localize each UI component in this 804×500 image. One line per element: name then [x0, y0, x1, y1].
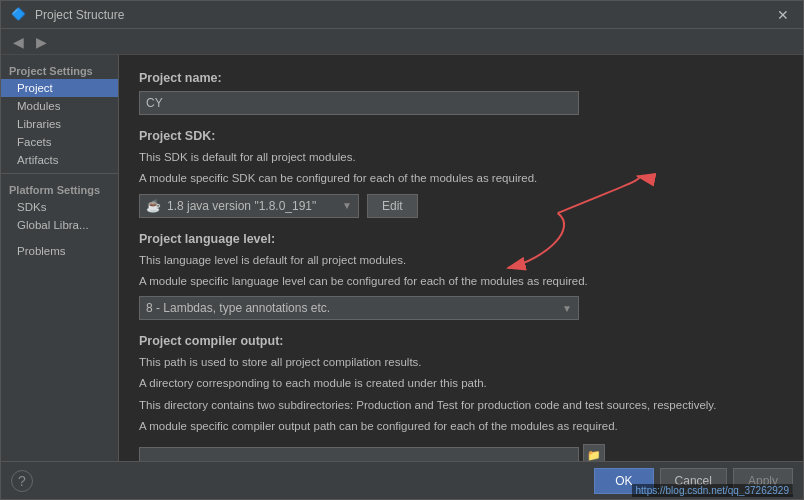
language-level-value: 8 - Lambdas, type annotations etc.	[146, 301, 556, 315]
compiler-output-input[interactable]	[139, 447, 579, 461]
sdk-dropdown[interactable]: ☕ 1.8 java version "1.8.0_191" ▼	[139, 194, 359, 218]
compiler-desc2: A directory corresponding to each module…	[139, 375, 783, 392]
compiler-desc4: A module specific compiler output path c…	[139, 418, 783, 435]
title-bar: 🔷 Project Structure ✕	[1, 1, 803, 29]
sidebar-item-artifacts[interactable]: Artifacts	[1, 151, 118, 169]
language-level-label: Project language level:	[139, 232, 783, 246]
java-icon: ☕	[146, 199, 161, 213]
compiler-desc3: This directory contains two subdirectori…	[139, 397, 783, 414]
sidebar-item-libraries[interactable]: Libraries	[1, 115, 118, 133]
lang-desc2: A module specific language level can be …	[139, 273, 783, 290]
title-bar-left: 🔷 Project Structure	[11, 7, 124, 23]
sidebar-problems-section: Problems	[1, 242, 118, 260]
sidebar-item-problems[interactable]: Problems	[1, 242, 118, 260]
language-level-section: Project language level: This language le…	[139, 232, 783, 321]
sidebar: Project Settings Project Modules Librari…	[1, 55, 119, 461]
sidebar-item-sdks[interactable]: SDKs	[1, 198, 118, 216]
sidebar-item-modules[interactable]: Modules	[1, 97, 118, 115]
platform-settings-section-label: Platform Settings	[1, 178, 118, 198]
project-sdk-label: Project SDK:	[139, 129, 783, 143]
bottom-bar: ? OK Cancel Apply https://blog.csdn.net/…	[1, 461, 803, 499]
project-name-section: Project name:	[139, 71, 783, 115]
sdk-value: 1.8 java version "1.8.0_191"	[167, 199, 336, 213]
sdk-dropdown-arrow: ▼	[342, 200, 352, 211]
sdk-desc2: A module specific SDK can be configured …	[139, 170, 783, 187]
sdk-edit-button[interactable]: Edit	[367, 194, 418, 218]
language-level-row: 8 - Lambdas, type annotations etc. ▼	[139, 296, 783, 320]
lang-desc1: This language level is default for all p…	[139, 252, 783, 269]
sidebar-item-facets[interactable]: Facets	[1, 133, 118, 151]
language-level-dropdown[interactable]: 8 - Lambdas, type annotations etc. ▼	[139, 296, 579, 320]
sidebar-divider	[1, 173, 118, 174]
watermark-text: https://blog.csdn.net/qq_37262929	[632, 484, 793, 497]
sdk-desc1: This SDK is default for all project modu…	[139, 149, 783, 166]
forward-button[interactable]: ▶	[32, 34, 51, 50]
help-button[interactable]: ?	[11, 470, 33, 492]
main-content: Project Settings Project Modules Librari…	[1, 55, 803, 461]
content-area: Project name: Project SDK: This SDK is d…	[119, 55, 803, 461]
sidebar-item-global-libraries[interactable]: Global Libra...	[1, 216, 118, 234]
project-settings-section-label: Project Settings	[1, 59, 118, 79]
compiler-output-section: Project compiler output: This path is us…	[139, 334, 783, 461]
project-name-input[interactable]	[139, 91, 579, 115]
sidebar-item-project[interactable]: Project	[1, 79, 118, 97]
close-button[interactable]: ✕	[773, 6, 793, 24]
project-name-label: Project name:	[139, 71, 783, 85]
language-level-arrow: ▼	[562, 303, 572, 314]
sdk-row: ☕ 1.8 java version "1.8.0_191" ▼ Edit	[139, 194, 783, 218]
compiler-output-folder-button[interactable]: 📁	[583, 444, 605, 461]
compiler-desc1: This path is used to store all project c…	[139, 354, 783, 371]
dialog-title: Project Structure	[35, 8, 124, 22]
compiler-output-label: Project compiler output:	[139, 334, 783, 348]
nav-bar: ◀ ▶	[1, 29, 803, 55]
back-button[interactable]: ◀	[9, 34, 28, 50]
project-sdk-section: Project SDK: This SDK is default for all…	[139, 129, 783, 218]
dialog-icon: 🔷	[11, 7, 27, 23]
project-structure-dialog: 🔷 Project Structure ✕ ◀ ▶ Project Settin…	[0, 0, 804, 500]
